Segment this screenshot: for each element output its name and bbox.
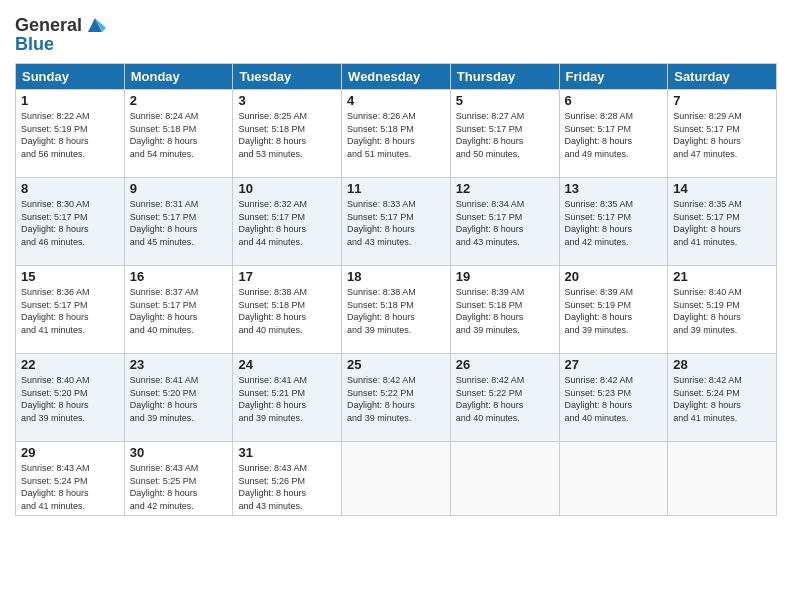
weekday-header-sunday: Sunday — [16, 64, 125, 90]
weekday-header-row: SundayMondayTuesdayWednesdayThursdayFrid… — [16, 64, 777, 90]
day-info: Sunrise: 8:39 AM Sunset: 5:19 PM Dayligh… — [565, 286, 663, 336]
day-number: 8 — [21, 181, 119, 196]
calendar-cell: 21Sunrise: 8:40 AM Sunset: 5:19 PM Dayli… — [668, 266, 777, 354]
logo-general-text: General — [15, 15, 82, 36]
day-number: 6 — [565, 93, 663, 108]
calendar-week-row: 8Sunrise: 8:30 AM Sunset: 5:17 PM Daylig… — [16, 178, 777, 266]
day-number: 24 — [238, 357, 336, 372]
day-info: Sunrise: 8:33 AM Sunset: 5:17 PM Dayligh… — [347, 198, 445, 248]
day-info: Sunrise: 8:43 AM Sunset: 5:25 PM Dayligh… — [130, 462, 228, 512]
day-info: Sunrise: 8:42 AM Sunset: 5:24 PM Dayligh… — [673, 374, 771, 424]
day-number: 4 — [347, 93, 445, 108]
calendar-cell: 2Sunrise: 8:24 AM Sunset: 5:18 PM Daylig… — [124, 90, 233, 178]
page: General Blue SundayMondayTuesdayWednesda… — [0, 0, 792, 612]
calendar-cell: 16Sunrise: 8:37 AM Sunset: 5:17 PM Dayli… — [124, 266, 233, 354]
day-info: Sunrise: 8:35 AM Sunset: 5:17 PM Dayligh… — [565, 198, 663, 248]
day-number: 13 — [565, 181, 663, 196]
day-number: 21 — [673, 269, 771, 284]
calendar-cell: 4Sunrise: 8:26 AM Sunset: 5:18 PM Daylig… — [342, 90, 451, 178]
day-info: Sunrise: 8:30 AM Sunset: 5:17 PM Dayligh… — [21, 198, 119, 248]
calendar-header: SundayMondayTuesdayWednesdayThursdayFrid… — [16, 64, 777, 90]
calendar-cell: 9Sunrise: 8:31 AM Sunset: 5:17 PM Daylig… — [124, 178, 233, 266]
day-info: Sunrise: 8:28 AM Sunset: 5:17 PM Dayligh… — [565, 110, 663, 160]
day-info: Sunrise: 8:43 AM Sunset: 5:26 PM Dayligh… — [238, 462, 336, 512]
calendar-cell: 28Sunrise: 8:42 AM Sunset: 5:24 PM Dayli… — [668, 354, 777, 442]
calendar-cell: 26Sunrise: 8:42 AM Sunset: 5:22 PM Dayli… — [450, 354, 559, 442]
calendar-cell: 6Sunrise: 8:28 AM Sunset: 5:17 PM Daylig… — [559, 90, 668, 178]
calendar-cell: 10Sunrise: 8:32 AM Sunset: 5:17 PM Dayli… — [233, 178, 342, 266]
calendar-body: 1Sunrise: 8:22 AM Sunset: 5:19 PM Daylig… — [16, 90, 777, 516]
calendar-table: SundayMondayTuesdayWednesdayThursdayFrid… — [15, 63, 777, 516]
calendar-week-row: 15Sunrise: 8:36 AM Sunset: 5:17 PM Dayli… — [16, 266, 777, 354]
day-number: 10 — [238, 181, 336, 196]
day-number: 28 — [673, 357, 771, 372]
calendar-cell — [668, 442, 777, 516]
calendar-cell: 18Sunrise: 8:38 AM Sunset: 5:18 PM Dayli… — [342, 266, 451, 354]
calendar-cell: 1Sunrise: 8:22 AM Sunset: 5:19 PM Daylig… — [16, 90, 125, 178]
day-info: Sunrise: 8:25 AM Sunset: 5:18 PM Dayligh… — [238, 110, 336, 160]
header: General Blue — [15, 10, 777, 55]
weekday-header-friday: Friday — [559, 64, 668, 90]
day-info: Sunrise: 8:41 AM Sunset: 5:21 PM Dayligh… — [238, 374, 336, 424]
weekday-header-thursday: Thursday — [450, 64, 559, 90]
calendar-cell: 12Sunrise: 8:34 AM Sunset: 5:17 PM Dayli… — [450, 178, 559, 266]
day-number: 14 — [673, 181, 771, 196]
day-number: 2 — [130, 93, 228, 108]
calendar-week-row: 29Sunrise: 8:43 AM Sunset: 5:24 PM Dayli… — [16, 442, 777, 516]
calendar-cell: 30Sunrise: 8:43 AM Sunset: 5:25 PM Dayli… — [124, 442, 233, 516]
day-number: 23 — [130, 357, 228, 372]
calendar-cell: 15Sunrise: 8:36 AM Sunset: 5:17 PM Dayli… — [16, 266, 125, 354]
day-info: Sunrise: 8:22 AM Sunset: 5:19 PM Dayligh… — [21, 110, 119, 160]
day-info: Sunrise: 8:37 AM Sunset: 5:17 PM Dayligh… — [130, 286, 228, 336]
weekday-header-tuesday: Tuesday — [233, 64, 342, 90]
day-number: 17 — [238, 269, 336, 284]
calendar-cell: 19Sunrise: 8:39 AM Sunset: 5:18 PM Dayli… — [450, 266, 559, 354]
day-info: Sunrise: 8:40 AM Sunset: 5:20 PM Dayligh… — [21, 374, 119, 424]
calendar-cell: 7Sunrise: 8:29 AM Sunset: 5:17 PM Daylig… — [668, 90, 777, 178]
day-number: 22 — [21, 357, 119, 372]
calendar-cell: 29Sunrise: 8:43 AM Sunset: 5:24 PM Dayli… — [16, 442, 125, 516]
day-info: Sunrise: 8:41 AM Sunset: 5:20 PM Dayligh… — [130, 374, 228, 424]
day-info: Sunrise: 8:43 AM Sunset: 5:24 PM Dayligh… — [21, 462, 119, 512]
day-info: Sunrise: 8:31 AM Sunset: 5:17 PM Dayligh… — [130, 198, 228, 248]
calendar-week-row: 1Sunrise: 8:22 AM Sunset: 5:19 PM Daylig… — [16, 90, 777, 178]
day-info: Sunrise: 8:40 AM Sunset: 5:19 PM Dayligh… — [673, 286, 771, 336]
day-info: Sunrise: 8:36 AM Sunset: 5:17 PM Dayligh… — [21, 286, 119, 336]
day-info: Sunrise: 8:42 AM Sunset: 5:22 PM Dayligh… — [347, 374, 445, 424]
day-number: 31 — [238, 445, 336, 460]
calendar-cell: 20Sunrise: 8:39 AM Sunset: 5:19 PM Dayli… — [559, 266, 668, 354]
calendar-cell: 14Sunrise: 8:35 AM Sunset: 5:17 PM Dayli… — [668, 178, 777, 266]
day-info: Sunrise: 8:39 AM Sunset: 5:18 PM Dayligh… — [456, 286, 554, 336]
calendar-cell: 8Sunrise: 8:30 AM Sunset: 5:17 PM Daylig… — [16, 178, 125, 266]
day-info: Sunrise: 8:38 AM Sunset: 5:18 PM Dayligh… — [347, 286, 445, 336]
day-info: Sunrise: 8:26 AM Sunset: 5:18 PM Dayligh… — [347, 110, 445, 160]
calendar-cell — [559, 442, 668, 516]
day-number: 27 — [565, 357, 663, 372]
weekday-header-wednesday: Wednesday — [342, 64, 451, 90]
day-info: Sunrise: 8:29 AM Sunset: 5:17 PM Dayligh… — [673, 110, 771, 160]
day-info: Sunrise: 8:42 AM Sunset: 5:23 PM Dayligh… — [565, 374, 663, 424]
calendar-cell: 24Sunrise: 8:41 AM Sunset: 5:21 PM Dayli… — [233, 354, 342, 442]
calendar-cell: 13Sunrise: 8:35 AM Sunset: 5:17 PM Dayli… — [559, 178, 668, 266]
calendar-week-row: 22Sunrise: 8:40 AM Sunset: 5:20 PM Dayli… — [16, 354, 777, 442]
day-info: Sunrise: 8:32 AM Sunset: 5:17 PM Dayligh… — [238, 198, 336, 248]
calendar-cell: 27Sunrise: 8:42 AM Sunset: 5:23 PM Dayli… — [559, 354, 668, 442]
day-number: 11 — [347, 181, 445, 196]
calendar-cell: 25Sunrise: 8:42 AM Sunset: 5:22 PM Dayli… — [342, 354, 451, 442]
day-number: 26 — [456, 357, 554, 372]
weekday-header-saturday: Saturday — [668, 64, 777, 90]
day-number: 30 — [130, 445, 228, 460]
calendar-cell: 17Sunrise: 8:38 AM Sunset: 5:18 PM Dayli… — [233, 266, 342, 354]
day-number: 15 — [21, 269, 119, 284]
day-number: 9 — [130, 181, 228, 196]
calendar-cell: 23Sunrise: 8:41 AM Sunset: 5:20 PM Dayli… — [124, 354, 233, 442]
logo: General Blue — [15, 15, 106, 55]
day-info: Sunrise: 8:38 AM Sunset: 5:18 PM Dayligh… — [238, 286, 336, 336]
day-number: 3 — [238, 93, 336, 108]
calendar-cell — [450, 442, 559, 516]
day-number: 20 — [565, 269, 663, 284]
day-number: 1 — [21, 93, 119, 108]
day-number: 5 — [456, 93, 554, 108]
day-info: Sunrise: 8:34 AM Sunset: 5:17 PM Dayligh… — [456, 198, 554, 248]
day-number: 18 — [347, 269, 445, 284]
